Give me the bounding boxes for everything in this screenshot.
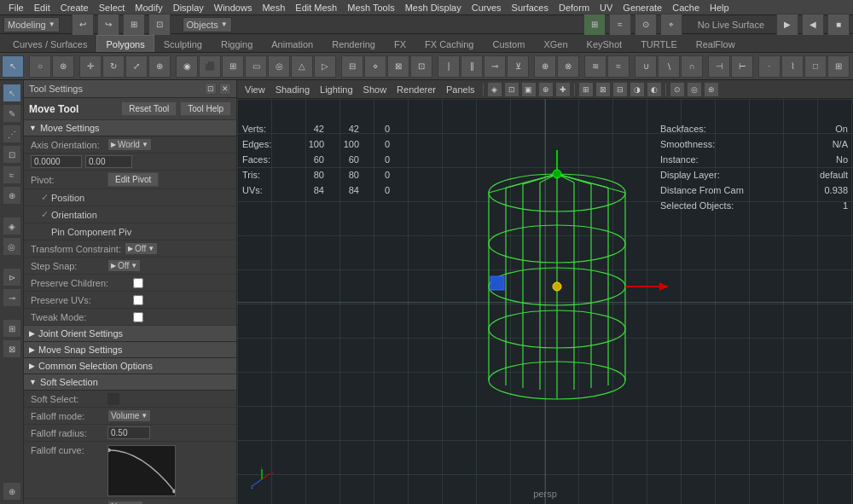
sculpt-icon[interactable]: ⋰ [3,125,21,143]
vp-icon-12[interactable]: ◎ [687,82,702,97]
render-icon-2[interactable]: ◀ [802,14,824,36]
misc-icon-1[interactable]: ⊞ [3,319,21,338]
vp-icon-7[interactable]: ⊠ [595,82,611,97]
transform-constraint-dropdown[interactable]: ▶ Off ▼ [125,242,158,255]
paint-icon[interactable]: ✎ [3,104,21,123]
sel-face-icon[interactable]: □ [804,55,827,78]
tweak-mode-checkbox[interactable] [133,312,143,322]
tab-animation[interactable]: Animation [262,35,322,52]
vp-icon-6[interactable]: ⊞ [578,82,594,97]
menu-edit-mesh[interactable]: Edit Mesh [290,0,342,14]
preserve-children-checkbox[interactable] [133,278,143,288]
render-icon-1[interactable]: ▶ [776,14,798,36]
bridge-icon[interactable]: ⊠ [387,55,409,78]
tab-rigging[interactable]: Rigging [212,35,262,52]
tab-keyshot[interactable]: KeyShot [577,35,632,52]
menu-create[interactable]: Create [55,0,94,14]
preserve-uvs-checkbox[interactable] [133,295,143,305]
menu-mesh[interactable]: Mesh [257,0,290,14]
pin-component-checkbox-label[interactable]: ✓ Pin Component Piv [41,226,131,237]
menu-windows[interactable]: Windows [209,0,258,14]
tab-fx[interactable]: FX [385,35,415,52]
sel-loop-icon[interactable]: ⊞ [827,55,850,78]
redo-icon[interactable]: ↪ [97,14,119,36]
weld-icon[interactable]: ⊗ [557,55,579,78]
lasso-icon[interactable]: ○ [29,55,51,78]
snap-curve-icon[interactable]: ≈ [609,14,631,36]
falloff-curve-display[interactable] [107,445,176,496]
sel-edge-icon[interactable]: ⌇ [781,55,804,78]
interpolation-dropdown[interactable]: None ▼ [107,501,143,504]
reset-tool-btn[interactable]: Reset Tool [121,101,177,116]
uv-icon[interactable]: ⊡ [3,145,21,164]
soft-selection-header[interactable]: ▼ Soft Selection [24,374,236,391]
deform-icon[interactable]: ≈ [3,165,21,184]
snap-view-icon[interactable]: ⌖ [660,14,682,36]
x-input[interactable] [31,155,82,168]
tab-xgen[interactable]: XGen [534,35,577,52]
insert-edge-icon[interactable]: | [438,55,460,78]
vp-menu-panels[interactable]: Panels [442,84,479,95]
extrude-icon[interactable]: ⊟ [341,55,363,78]
undo-icon[interactable]: ↩ [72,14,94,36]
display-icon[interactable]: ◈ [3,217,21,235]
bottom-icon[interactable]: ⊕ [3,482,21,501]
y-input[interactable] [85,155,132,168]
objects-dropdown[interactable]: Objects ▼ [183,17,232,32]
vp-icon-10[interactable]: ◐ [647,82,662,97]
step-snap-dropdown[interactable]: ▶ Off ▼ [107,259,141,272]
render-icon-3[interactable]: ■ [827,14,850,36]
falloff-mode-dropdown[interactable]: Volume ▼ [107,409,151,422]
cone-icon[interactable]: △ [291,55,313,78]
vp-icon-4[interactable]: ⊕ [538,82,554,97]
merge-icon[interactable]: ⊕ [534,55,556,78]
cylinder-icon[interactable]: ⊞ [222,55,244,78]
torus-icon[interactable]: ◎ [268,55,290,78]
move-snap-header[interactable]: ▶ Move Snap Settings [24,342,236,358]
bool-union-icon[interactable]: ∪ [635,55,657,78]
tab-fx-caching[interactable]: FX Caching [415,35,483,52]
vp-menu-renderer[interactable]: Renderer [392,84,440,95]
tool-help-btn[interactable]: Tool Help [180,101,231,116]
move-icon[interactable]: ✛ [79,55,102,78]
mirror-icon[interactable]: ⊣ [708,55,730,78]
anim-icon[interactable]: ⊳ [3,268,21,287]
tab-sculpting[interactable]: Sculpting [154,35,212,52]
vp-icon-3[interactable]: ▣ [521,82,537,97]
position-checkbox-label[interactable]: ✓ Position [41,192,84,203]
tab-polygons[interactable]: Polygons [96,35,154,52]
menu-mesh-display[interactable]: Mesh Display [400,0,467,14]
mode-icon-2[interactable]: ⊡ [148,14,171,36]
tab-turtle[interactable]: TURTLE [631,35,687,52]
orientation-checkbox-label[interactable]: ✓ Orientation [41,209,97,220]
disc-icon[interactable]: ▷ [314,55,336,78]
tool-settings-close-btn[interactable]: ✕ [219,83,231,95]
sel-vert-icon[interactable]: · [758,55,780,78]
fill-hole-icon[interactable]: ⊡ [410,55,432,78]
menu-uv[interactable]: UV [595,0,618,14]
move-settings-header[interactable]: ▼ Move Settings [24,120,236,136]
vp-icon-13[interactable]: ⊛ [704,82,719,97]
vp-icon-11[interactable]: ⊙ [670,82,685,97]
connect-icon[interactable]: ⊸ [484,55,506,78]
slide-edge-icon[interactable]: ⊻ [507,55,529,78]
edit-pivot-btn[interactable]: Edit Pivot [107,172,159,187]
snap-point-icon[interactable]: ⊙ [635,14,657,36]
select-tool-icon[interactable]: ↖ [2,55,24,78]
select-mode-icon[interactable]: ↖ [3,84,21,102]
scale-icon[interactable]: ⤢ [125,55,148,78]
common-selection-header[interactable]: ▶ Common Selection Options [24,358,236,374]
menu-modify[interactable]: Modify [130,0,167,14]
falloff-radius-input[interactable] [107,426,150,439]
bool-inter-icon[interactable]: ∩ [681,55,703,78]
tool-settings-float-btn[interactable]: ⊡ [205,83,217,95]
menu-generate[interactable]: Generate [618,0,667,14]
rotate-icon[interactable]: ↻ [102,55,125,78]
vp-menu-show[interactable]: Show [359,84,392,95]
vp-icon-2[interactable]: ⊡ [504,82,519,97]
mode-icon-1[interactable]: ⊞ [123,14,145,36]
viewport[interactable]: View Shading Lighting Show Renderer Pane… [237,80,853,504]
vp-icon-8[interactable]: ⊟ [612,82,628,97]
menu-mesh-tools[interactable]: Mesh Tools [342,0,399,14]
bool-diff-icon[interactable]: ∖ [658,55,680,78]
